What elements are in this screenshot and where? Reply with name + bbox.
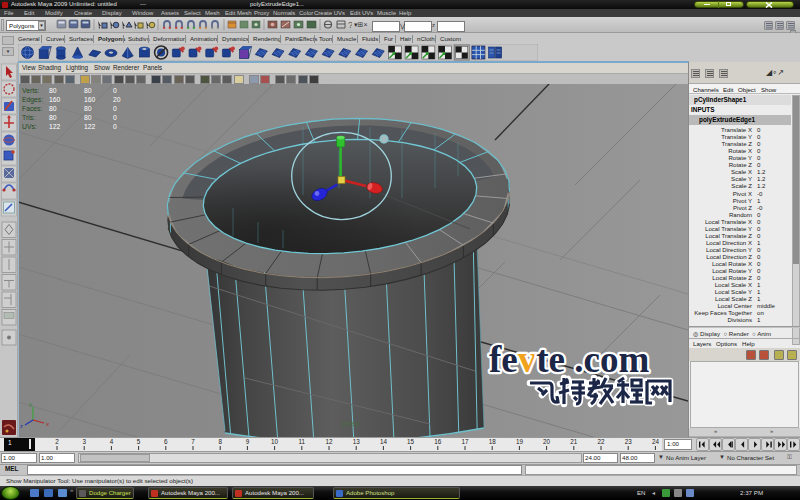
svg-text:3: 3 <box>82 438 86 445</box>
svg-text:Tris:: Tris: <box>22 114 35 121</box>
svg-text:0: 0 <box>113 123 117 130</box>
svg-text:13: 13 <box>353 438 361 445</box>
svg-text:Edges:: Edges: <box>22 96 43 104</box>
svg-text:0: 0 <box>113 87 117 94</box>
svg-text:23: 23 <box>625 438 633 445</box>
svg-text:80: 80 <box>49 87 57 94</box>
svg-text:4: 4 <box>110 438 114 445</box>
svg-text:22: 22 <box>597 438 605 445</box>
svg-text:20: 20 <box>113 96 121 103</box>
svg-text:2: 2 <box>55 438 59 445</box>
svg-text:160: 160 <box>84 96 96 103</box>
svg-text:6: 6 <box>164 438 168 445</box>
svg-text:?: ? <box>348 20 352 30</box>
svg-text:8: 8 <box>218 438 222 445</box>
svg-text:UVs:: UVs: <box>22 123 37 130</box>
svg-text:80: 80 <box>84 114 92 121</box>
svg-text:19: 19 <box>516 438 524 445</box>
svg-text:160: 160 <box>49 96 61 103</box>
svg-text:20: 20 <box>543 438 551 445</box>
svg-text:80: 80 <box>84 105 92 112</box>
svg-text:0: 0 <box>113 105 117 112</box>
svg-text:z: z <box>20 423 23 429</box>
svg-text:fevte .com: fevte .com <box>489 339 649 380</box>
svg-text:18: 18 <box>489 438 497 445</box>
svg-text:80: 80 <box>49 114 57 121</box>
svg-text:80: 80 <box>49 105 57 112</box>
svg-text:persp: persp <box>342 420 360 428</box>
svg-text:122: 122 <box>84 123 96 130</box>
svg-text:17: 17 <box>461 438 469 445</box>
svg-text:15: 15 <box>407 438 415 445</box>
svg-text:5: 5 <box>137 438 141 445</box>
svg-text:11: 11 <box>299 438 306 445</box>
svg-text:21: 21 <box>570 438 578 445</box>
svg-text:9: 9 <box>246 438 250 445</box>
svg-text:122: 122 <box>49 123 61 130</box>
svg-text:y: y <box>29 401 32 407</box>
svg-text:80: 80 <box>84 87 92 94</box>
svg-text:16: 16 <box>434 438 442 445</box>
svg-text:10: 10 <box>271 438 279 445</box>
svg-text:0: 0 <box>113 114 117 121</box>
svg-text:Verts:: Verts: <box>22 87 39 94</box>
svg-text:7: 7 <box>191 438 195 445</box>
svg-text:12: 12 <box>325 438 333 445</box>
svg-text:Faces:: Faces: <box>22 105 43 112</box>
svg-text:14: 14 <box>380 438 388 445</box>
svg-text:x: x <box>46 421 49 427</box>
svg-text:24: 24 <box>652 438 660 445</box>
